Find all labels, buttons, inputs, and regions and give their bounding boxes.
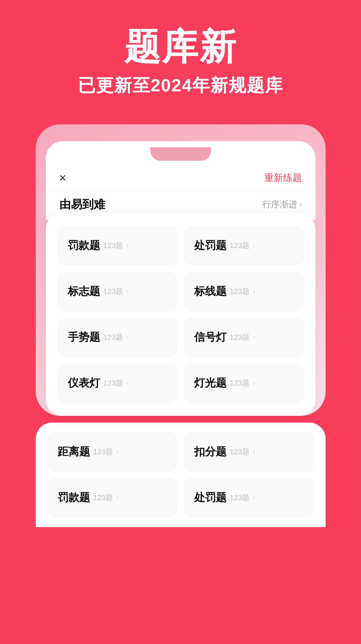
cat-chevron-icon: › [253,287,255,295]
category-item[interactable]: 标志题 123题 › [58,272,177,311]
bottom-cat-name: 处罚题 [194,490,227,505]
hero-title: 题库新 [124,27,237,67]
cat-name: 处罚题 [194,238,227,253]
category-item[interactable]: 手势题 123题 › [58,318,177,357]
category-item[interactable]: 仪表灯 123题 › [58,364,177,402]
bottom-cat-name: 距离题 [58,444,90,459]
mode-sub-text: 行序渐进 [262,198,297,210]
cat-name: 灯光题 [194,376,227,391]
phone-back-frame: × 重新练题 由易到难 行序渐进 › 罚款题 123题 › 处罚题 123题 › [36,124,326,416]
close-icon[interactable]: × [59,171,66,185]
bottom-category-item[interactable]: 罚款题 123题 › [48,479,177,517]
category-grid: 罚款题 123题 › 处罚题 123题 › 标志题 123题 › 标线题 123… [58,226,303,402]
mode-chevron: › [299,200,302,209]
phone-mockup: × 重新练题 由易到难 行序渐进 › 罚款题 123题 › 处罚题 123题 › [36,124,326,527]
bottom-grid: 距离题 123题 › 扣分题 123题 › 罚款题 123题 › 处罚题 123… [48,433,313,517]
bottom-cat-count: 123题 [230,447,250,457]
cat-count: 123题 [230,241,250,251]
cat-name: 手势题 [68,330,100,345]
bottom-cat-count: 123题 [93,493,113,503]
bottom-partial-panel: 距离题 123题 › 扣分题 123题 › 罚款题 123题 › 处罚题 123… [36,423,326,527]
cat-chevron-icon: › [126,287,129,295]
cat-name: 标志题 [68,284,100,299]
cat-count: 123题 [230,332,250,342]
category-item[interactable]: 处罚题 123题 › [184,226,303,265]
mode-label: 由易到难 [59,197,105,212]
bottom-cat-chevron-icon: › [116,494,119,501]
cat-count: 123题 [103,378,123,388]
cat-chevron-icon: › [126,379,129,387]
bottom-cat-chevron-icon: › [116,448,119,456]
bottom-cat-name: 罚款题 [58,490,90,505]
cat-chevron-icon: › [126,242,129,249]
cat-name: 标线题 [194,284,227,299]
category-item[interactable]: 信号灯 123题 › [184,318,303,357]
hero-subtitle: 已更新至2024年新规题库 [78,74,283,97]
cat-count: 123题 [103,241,123,251]
cat-count: 123题 [230,378,250,388]
cat-chevron-icon: › [253,379,255,387]
cat-chevron-icon: › [253,242,255,249]
bottom-cat-count: 123题 [230,493,250,503]
bottom-cat-chevron-icon: › [253,448,255,456]
cat-name: 仪表灯 [68,376,100,391]
category-card: 罚款题 123题 › 处罚题 123题 › 标志题 123题 › 标线题 123… [46,213,315,416]
cat-name: 信号灯 [194,330,227,345]
phone-notch [150,147,211,161]
restart-button[interactable]: 重新练题 [264,172,302,184]
bottom-cat-count: 123题 [93,447,113,457]
cat-chevron-icon: › [253,333,255,341]
hero-section: 题库新 已更新至2024年新规题库 [0,0,361,108]
screen-header: × 重新练题 [46,164,315,190]
cat-count: 123题 [103,286,123,297]
cat-name: 罚款题 [68,238,100,253]
category-item[interactable]: 标线题 123题 › [184,272,303,311]
bottom-category-item[interactable]: 扣分题 123题 › [184,433,313,471]
bottom-cat-name: 扣分题 [194,444,227,459]
cat-chevron-icon: › [126,333,129,341]
mode-right: 行序渐进 › [262,198,302,210]
phone-screen: × 重新练题 由易到难 行序渐进 › [46,141,315,220]
category-item[interactable]: 罚款题 123题 › [58,226,177,265]
category-item[interactable]: 灯光题 123题 › [184,364,303,402]
bottom-cat-chevron-icon: › [253,494,255,501]
phone-notch-bar [46,141,315,164]
bottom-category-item[interactable]: 距离题 123题 › [48,433,177,471]
bottom-category-item[interactable]: 处罚题 123题 › [184,479,313,517]
cat-count: 123题 [103,332,123,342]
cat-count: 123题 [230,286,250,297]
